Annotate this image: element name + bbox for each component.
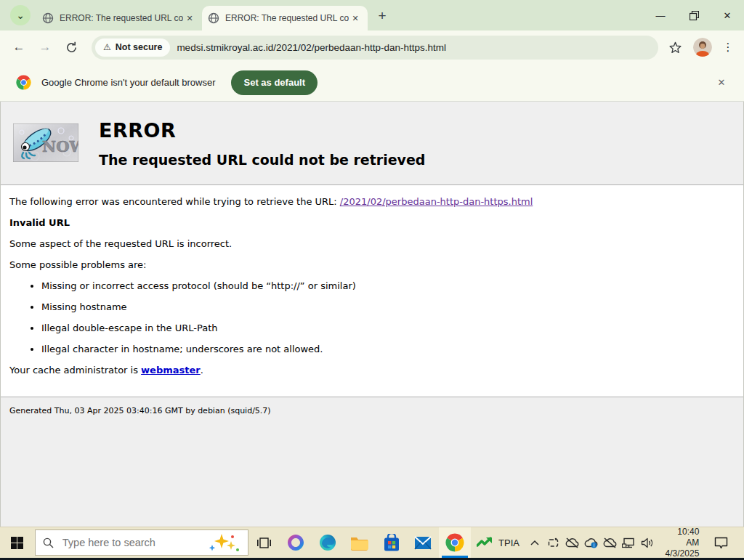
reload-button[interactable] bbox=[60, 36, 83, 59]
warning-icon: ⚠ bbox=[103, 42, 111, 52]
list-item: Missing or incorrect access protocol (sh… bbox=[41, 280, 735, 291]
store-icon bbox=[383, 534, 400, 551]
screen: ⌄ ERROR: The requested URL cou ✕ ERROR: … bbox=[0, 0, 744, 560]
list-item: Illegal character in hostname; underscor… bbox=[41, 344, 735, 354]
task-view-icon bbox=[257, 537, 271, 549]
requested-url-link[interactable]: /2021/02/perbedaan-http-dan-https.html bbox=[340, 196, 533, 207]
edge-button[interactable] bbox=[312, 527, 344, 558]
restore-icon bbox=[690, 11, 699, 20]
avatar-image bbox=[693, 38, 712, 57]
cache-admin-line: Your cache administrator is webmaster. bbox=[9, 365, 735, 376]
close-icon: ✕ bbox=[724, 10, 732, 21]
back-icon: ← bbox=[13, 40, 25, 54]
tab-strip: ⌄ ERROR: The requested URL cou ✕ ERROR: … bbox=[0, 0, 744, 31]
search-highlights-icon bbox=[207, 532, 240, 553]
problem-list: Missing or incorrect access protocol (sh… bbox=[9, 280, 735, 354]
close-window-button[interactable]: ✕ bbox=[711, 0, 744, 31]
tab-1[interactable]: ERROR: The requested URL cou ✕ bbox=[36, 6, 202, 31]
chrome-icon bbox=[16, 75, 31, 90]
security-chip[interactable]: ⚠ Not secure bbox=[95, 38, 170, 57]
chrome-icon bbox=[445, 533, 464, 552]
task-view-button[interactable] bbox=[248, 527, 280, 558]
error-page-content: The following error was encountered whil… bbox=[1, 185, 743, 397]
tray-cloud-off-1-button[interactable] bbox=[563, 537, 582, 548]
tray-expand-button[interactable] bbox=[525, 540, 544, 545]
forward-button[interactable]: → bbox=[33, 36, 57, 59]
svg-text:i: i bbox=[594, 543, 594, 548]
search-icon bbox=[43, 537, 54, 548]
notification-icon bbox=[714, 537, 728, 549]
start-button[interactable] bbox=[0, 527, 35, 558]
url-text[interactable]: medsi.stmikroyal.ac.id/2021/02/perbedaan… bbox=[177, 42, 446, 53]
globe-icon bbox=[42, 12, 54, 24]
address-bar[interactable]: ⚠ Not secure medsi.stmikroyal.ac.id/2021… bbox=[92, 36, 658, 60]
three-dots-icon: ⋮ bbox=[723, 41, 734, 54]
reload-icon bbox=[65, 41, 78, 54]
speaker-icon bbox=[641, 537, 654, 548]
tray-network-button[interactable] bbox=[619, 537, 638, 548]
webmaster-link[interactable]: webmaster bbox=[141, 365, 201, 376]
tray-volume-button[interactable] bbox=[638, 537, 657, 548]
error-intro-text: The following error was encountered whil… bbox=[9, 196, 340, 207]
error-name: Invalid URL bbox=[9, 217, 735, 228]
restore-button[interactable] bbox=[677, 0, 711, 31]
back-button[interactable]: ← bbox=[7, 36, 31, 59]
profile-avatar[interactable] bbox=[693, 38, 712, 57]
error-title-block: ERROR The requested URL could not be ret… bbox=[99, 119, 425, 168]
windows-icon bbox=[11, 537, 23, 549]
chrome-taskbar-button[interactable] bbox=[439, 527, 471, 558]
search-input[interactable] bbox=[62, 537, 207, 548]
error-description: Some aspect of the requested URL is inco… bbox=[9, 238, 735, 249]
mail-icon bbox=[413, 535, 432, 551]
new-tab-button[interactable]: + bbox=[372, 6, 392, 26]
error-subtitle: The requested URL could not be retrieved bbox=[99, 152, 425, 168]
taskbar-search[interactable] bbox=[35, 529, 248, 556]
cloud-info-icon: i bbox=[584, 537, 598, 548]
problems-intro: Some possible problems are: bbox=[9, 259, 735, 270]
tray-app-tpia[interactable]: TPIA bbox=[471, 536, 525, 549]
globe-icon bbox=[208, 12, 219, 24]
set-as-default-button[interactable]: Set as default bbox=[231, 70, 318, 95]
error-page: NOW ERROR The requested URL could not be… bbox=[0, 102, 744, 527]
tray-cloud-info-button[interactable]: i bbox=[582, 537, 601, 548]
file-explorer-button[interactable] bbox=[344, 527, 376, 558]
taskbar: TPIA bbox=[0, 527, 744, 558]
bookmark-button[interactable] bbox=[664, 36, 686, 58]
window-controls: — ✕ bbox=[644, 0, 744, 31]
close-icon: ✕ bbox=[718, 77, 726, 88]
error-title: ERROR bbox=[99, 119, 425, 142]
tab-2-active[interactable]: ERROR: The requested URL cou ✕ bbox=[202, 6, 368, 31]
security-chip-label: Not secure bbox=[116, 42, 163, 52]
browser-toolbar: ← → ⚠ Not secure medsi.stmikroyal.ac.id/… bbox=[0, 31, 744, 64]
folder-icon bbox=[350, 535, 368, 551]
list-item: Illegal double-escape in the URL-Path bbox=[41, 322, 735, 333]
error-page-header: NOW ERROR The requested URL could not be… bbox=[1, 102, 743, 185]
generated-footer: Generated Thu, 03 Apr 2025 03:40:16 GMT … bbox=[1, 397, 743, 415]
tab-search-button[interactable]: ⌄ bbox=[10, 5, 31, 25]
svg-text:NOW: NOW bbox=[42, 137, 78, 155]
microsoft-store-button[interactable] bbox=[376, 527, 408, 558]
action-center-button[interactable] bbox=[706, 537, 735, 549]
cloud-off-icon bbox=[603, 537, 617, 548]
mail-button[interactable] bbox=[408, 527, 440, 558]
squid-now-logo: NOW bbox=[13, 123, 78, 162]
copilot-button[interactable] bbox=[280, 527, 312, 558]
close-icon[interactable]: ✕ bbox=[183, 12, 196, 25]
chevron-up-icon bbox=[530, 540, 539, 545]
close-icon[interactable]: ✕ bbox=[349, 12, 362, 25]
tray-cloud-off-2-button[interactable] bbox=[600, 537, 619, 548]
browser-menu-button[interactable]: ⋮ bbox=[719, 36, 737, 58]
plus-icon: + bbox=[378, 8, 386, 24]
star-icon bbox=[668, 41, 682, 54]
taskbar-clock[interactable]: 10:40 AM 4/3/2025 bbox=[657, 527, 706, 559]
tab-title: ERROR: The requested URL cou bbox=[225, 13, 349, 23]
minimize-button[interactable]: — bbox=[644, 0, 677, 31]
error-intro: The following error was encountered whil… bbox=[9, 196, 735, 207]
list-item: Missing hostname bbox=[41, 301, 735, 312]
default-browser-banner: Google Chrome isn't your default browser… bbox=[0, 64, 744, 102]
banner-text: Google Chrome isn't your default browser bbox=[41, 77, 215, 88]
tray-device-button[interactable] bbox=[544, 537, 563, 548]
trending-arrow-icon bbox=[477, 536, 493, 549]
cache-admin-period: . bbox=[201, 365, 203, 376]
banner-close-button[interactable]: ✕ bbox=[711, 72, 732, 94]
